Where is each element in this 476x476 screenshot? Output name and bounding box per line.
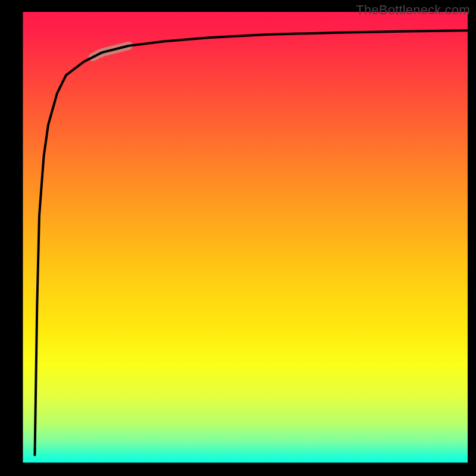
watermark-text: TheBottleneck.com bbox=[356, 2, 470, 18]
plot-container bbox=[21, 12, 468, 464]
plot-svg bbox=[21, 12, 468, 464]
bottleneck-curve bbox=[35, 30, 468, 455]
